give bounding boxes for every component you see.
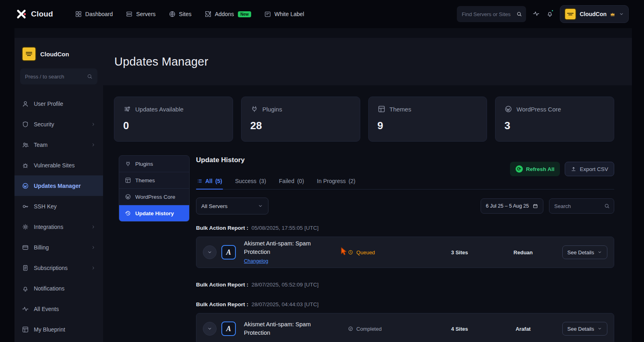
billing-card-icon xyxy=(22,244,29,251)
refresh-all-button[interactable]: ⟳ Refresh All xyxy=(510,162,560,176)
subnav-item-themes[interactable]: Themes xyxy=(119,172,189,189)
activity-pulse-icon xyxy=(22,305,29,313)
sidebar-item-billing[interactable]: Billing xyxy=(14,237,103,258)
sidebar-search[interactable] xyxy=(20,68,97,84)
global-search-input[interactable] xyxy=(462,11,513,17)
sidebar-item-security[interactable]: Security xyxy=(14,114,103,134)
chevron-right-icon xyxy=(91,266,96,270)
report-timestamp: 28/07/2025, 05:52:09 [UTC] xyxy=(252,282,319,288)
brand-name: Cloud xyxy=(31,10,53,19)
export-csv-button[interactable]: Export CSV xyxy=(565,162,614,176)
sidebar-item-ssh-key[interactable]: SSH Key xyxy=(14,196,103,216)
sidebar-item-all-events[interactable]: All Events xyxy=(14,299,103,319)
tab-failed[interactable]: Failed (0) xyxy=(278,174,305,189)
themes-icon xyxy=(125,177,131,183)
themes-icon xyxy=(378,105,386,113)
list-icon xyxy=(197,178,202,184)
nav-item-dashboard[interactable]: Dashboard xyxy=(70,7,118,21)
tab-success[interactable]: Success (3) xyxy=(234,174,267,189)
server-filter-select[interactable]: All Servers xyxy=(196,198,268,214)
sidebar-search-input[interactable] xyxy=(25,74,84,80)
tab-all[interactable]: All (5) xyxy=(196,174,223,189)
akismet-plugin-icon: A xyxy=(221,245,236,260)
notifications-button[interactable] xyxy=(546,10,553,19)
tab-in-progress[interactable]: In Progress (2) xyxy=(316,174,356,189)
brand-logo[interactable]: Cloud xyxy=(15,8,53,20)
key-icon xyxy=(22,203,29,210)
sidebar-item-integrations[interactable]: Integrations xyxy=(14,216,103,237)
update-row: A Akismet Anti-spam: Spam Protection Cha… xyxy=(196,237,614,268)
calendar-icon xyxy=(533,203,538,209)
sidebar-item-notifications[interactable]: Notifications xyxy=(14,278,103,299)
chevron-down-icon xyxy=(619,11,624,17)
user-avatar xyxy=(564,8,576,20)
sites-icon xyxy=(169,10,176,18)
search-icon xyxy=(516,11,522,17)
wordpress-icon xyxy=(22,182,29,190)
user-icon xyxy=(22,100,29,107)
plugin-name: Akismet Anti-spam: Spam Protection xyxy=(244,320,328,337)
changelog-link[interactable]: Changelog xyxy=(244,258,268,265)
history-search[interactable] xyxy=(549,198,614,214)
sidebar-item-my-blueprint[interactable]: My Blueprint xyxy=(14,319,103,340)
notification-dot xyxy=(551,9,554,12)
plugin-name: Akismet Anti-spam: Spam Protection xyxy=(244,239,328,256)
subnav-item-update-history[interactable]: Update History xyxy=(119,205,189,221)
search-icon xyxy=(604,203,610,209)
global-search[interactable] xyxy=(457,6,526,22)
user-menu[interactable]: CloudCon xyxy=(560,5,629,23)
date-range-picker[interactable]: 6 Jul 25 – 5 Aug 25 xyxy=(481,198,543,214)
stat-value: 0 xyxy=(123,119,224,132)
stat-card-themes: Themes 9 xyxy=(368,97,487,142)
xcloud-logo-icon xyxy=(15,8,27,20)
dashboard-icon xyxy=(75,10,82,18)
see-details-button[interactable]: See Details xyxy=(562,245,607,259)
bug-icon xyxy=(22,162,29,169)
chevron-right-icon xyxy=(91,142,96,147)
page-title: Updates Manager xyxy=(114,55,208,68)
check-circle-icon xyxy=(348,326,353,332)
subnav-item-plugins[interactable]: Plugins xyxy=(119,156,189,172)
chevron-right-icon xyxy=(91,245,96,250)
bulk-report-group: Bulk Action Report : 05/08/2025, 17:55:0… xyxy=(196,225,614,231)
plugin-icon xyxy=(250,105,258,113)
stats-row: Updates Available 0 Plugins 28 Themes 9 … xyxy=(114,97,614,142)
subnav-item-wordpress-core[interactable]: WordPress Core xyxy=(119,189,189,205)
triggered-by-user: Reduan xyxy=(490,249,556,255)
expand-row-button[interactable] xyxy=(203,245,217,259)
user-name: CloudCon xyxy=(580,11,607,17)
nav-item-servers[interactable]: Servers xyxy=(121,7,160,21)
nav-item-addons[interactable]: Addons New xyxy=(200,7,256,21)
sidebar-item-vulnerable-sites[interactable]: Vulnerable Sites xyxy=(14,155,103,175)
activity-pulse-icon xyxy=(533,10,540,17)
updates-subnav: Plugins Themes WordPress Core Update His… xyxy=(119,155,190,222)
see-details-button[interactable]: See Details xyxy=(562,322,607,336)
refresh-icon: ⟳ xyxy=(516,165,523,173)
sidebar-item-user-profile[interactable]: User Profile xyxy=(14,93,103,114)
sidebar-item-team[interactable]: Team xyxy=(14,134,103,155)
chevron-down-icon xyxy=(597,250,602,255)
plugin-icon xyxy=(125,161,131,167)
history-icon xyxy=(125,210,131,216)
history-search-input[interactable] xyxy=(554,203,601,209)
chevron-down-icon xyxy=(207,249,213,255)
sidebar-item-updates-manager[interactable]: Updates Manager xyxy=(14,175,103,196)
status-badge-completed: Completed xyxy=(348,326,429,332)
chevron-right-icon xyxy=(91,225,96,229)
chevron-down-icon xyxy=(597,326,602,331)
chevron-down-icon xyxy=(258,203,263,209)
akismet-plugin-icon: A xyxy=(221,321,236,336)
wordpress-icon xyxy=(125,194,131,200)
expand-row-button[interactable] xyxy=(203,322,217,336)
nav-item-sites[interactable]: Sites xyxy=(164,7,196,21)
org-switcher[interactable]: CloudCon xyxy=(14,38,103,68)
stat-value: 9 xyxy=(378,119,478,132)
sidebar-item-subscriptions[interactable]: Subscriptions xyxy=(14,258,103,278)
activity-button[interactable] xyxy=(533,10,540,19)
org-name: CloudCon xyxy=(40,51,69,58)
shield-icon xyxy=(22,121,29,128)
nav-item-white-label[interactable]: White Label xyxy=(259,7,309,21)
sites-count: 3 Sites xyxy=(429,249,490,255)
section-title: Update History xyxy=(196,155,245,164)
org-avatar xyxy=(22,47,36,61)
